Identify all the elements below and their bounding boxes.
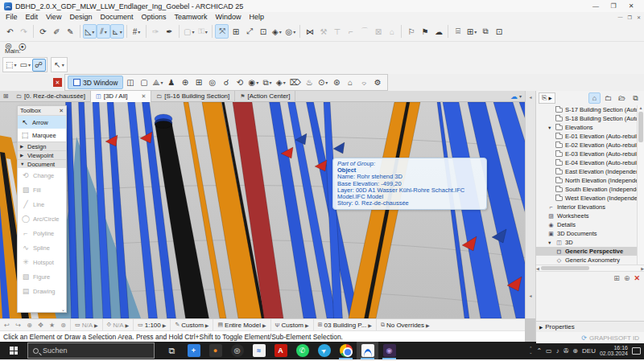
modify-icon[interactable]: ◈▾ — [270, 24, 283, 39]
chevron-down-icon[interactable]: ▼ — [547, 125, 553, 130]
cut-plane-icon[interactable]: ◫ — [123, 76, 137, 90]
tree-item[interactable]: E-01 Elevation (Auto-rebuild — [536, 132, 644, 141]
chrome-app-icon[interactable] — [335, 342, 357, 359]
popup-navigator-icon[interactable]: ⊞ — [0, 92, 11, 100]
archicad-app-icon[interactable] — [357, 342, 378, 359]
tree-item[interactable]: S-18 Building Section (Auto- — [536, 114, 644, 123]
child-close-button[interactable]: ✕ — [637, 14, 641, 20]
scroll-left-icon[interactable]: ◀ — [536, 266, 539, 271]
scale-field[interactable]: ▭1:100▶ — [133, 319, 170, 331]
orbit-icon[interactable]: ⟳ — [36, 24, 50, 39]
menu-document[interactable]: Document — [96, 13, 137, 21]
tree-horizontal-scrollbar[interactable]: ◀ ▶ — [536, 265, 644, 272]
setsquare-icon[interactable]: ◺▾ — [83, 24, 97, 39]
3d-window-button[interactable]: 3D Window — [68, 76, 123, 89]
project-chooser-button[interactable]: ⎘ ▶ — [539, 92, 555, 104]
tree-item[interactable]: S-17 Building Section (Auto- — [536, 105, 644, 114]
grid-snap-icon[interactable]: #▾ — [130, 24, 143, 39]
walk-icon[interactable]: ♟ — [164, 76, 178, 90]
menu-design[interactable]: Design — [65, 13, 96, 21]
spline-tool[interactable]: ∿Spline — [18, 240, 66, 255]
properties-section-header[interactable]: ▶ Properties — [536, 321, 644, 332]
home-story-icon[interactable]: ⌂ — [385, 24, 398, 39]
panel-splitter[interactable]: ◂ ◂ — [525, 91, 535, 318]
home-view-icon[interactable]: ⌂ — [344, 76, 357, 90]
magic-wand-icon[interactable]: ✒ — [163, 24, 176, 39]
tree-item[interactable]: ◉Details — [536, 220, 644, 229]
maximize-button[interactable]: ❐ — [605, 2, 622, 10]
tree-item[interactable]: South Elevation (Independe — [536, 185, 644, 194]
telegram-app-icon[interactable]: ➤ — [313, 342, 335, 359]
tree-item[interactable]: ▣3D Documents — [536, 229, 644, 238]
menu-options[interactable]: Options — [137, 13, 170, 21]
network-icon[interactable]: ⊕ — [572, 347, 578, 355]
project-map-icon[interactable]: ⌂ — [588, 92, 601, 104]
chevron-down-icon[interactable]: ▼ — [547, 240, 553, 245]
tree-item[interactable]: East Elevation (Independent — [536, 167, 644, 176]
menu-edit[interactable]: Edit — [22, 13, 43, 21]
filter-elements-icon[interactable]: ◈▾ — [274, 76, 287, 90]
collapse-left-icon[interactable]: ◂ — [529, 94, 531, 100]
toolbox-section-design[interactable]: ▶ Design — [18, 142, 66, 150]
look-to-icon[interactable]: ◉▾ — [246, 76, 260, 90]
marquee-tool[interactable]: ⬚ Marquee — [18, 129, 66, 142]
media-app-icon[interactable]: ● — [204, 342, 226, 359]
scroll-thumb[interactable] — [638, 112, 643, 142]
polyline-tool[interactable]: ⌐Polyline — [18, 226, 66, 240]
arc-circle-tool[interactable]: ◯Arc/Circle — [18, 211, 66, 226]
dimension-style-field[interactable]: ⊞03 Building P...▶ — [313, 319, 376, 331]
minimize-button[interactable]: — — [587, 2, 605, 10]
tree-item[interactable]: ◻Generic Perspective — [536, 247, 644, 256]
lock-icon[interactable]: ⚿▾ — [196, 24, 209, 39]
child-restore-button[interactable]: ❐ — [628, 14, 632, 20]
resize-icon[interactable]: ⤢ — [242, 24, 256, 39]
cloud-save-icon[interactable]: ☁ — [431, 24, 445, 39]
flag-all-icon[interactable]: ⚑ — [418, 24, 431, 39]
teamwork-cloud-icon[interactable]: ☁▾ — [510, 92, 525, 101]
inject-parameters-icon[interactable]: ✎ — [64, 24, 77, 39]
fill-tool[interactable]: ▨Fill — [18, 183, 66, 197]
layer-combination-field[interactable]: ▤Entire Model▶ — [213, 319, 270, 331]
tree-vertical-scrollbar[interactable]: ▲ — [637, 105, 644, 265]
toolbox-section-viewpoint[interactable]: ▶ Viewpoint — [18, 150, 66, 159]
tray-scroll-icons[interactable]: ⌃⌄ — [529, 347, 532, 355]
tree-item[interactable]: North Elevation (Independe — [536, 176, 644, 185]
toolbox-scroll-down-icon[interactable]: ⌄ — [61, 306, 65, 312]
revision-icon[interactable]: ⧉ — [478, 24, 492, 39]
alert-badge-icon[interactable]: ✕ — [53, 78, 62, 87]
brush-icon[interactable]: ⌦ — [287, 76, 302, 90]
tab-close-icon[interactable]: ✕ — [141, 93, 146, 100]
marquee-preset-icon[interactable]: ⬚▾ — [4, 59, 18, 72]
camera-add-icon[interactable]: ⊛ — [330, 76, 344, 90]
view-map-icon[interactable]: 🗀 — [602, 92, 614, 104]
styles-icon[interactable]: ⧉▾ — [260, 76, 274, 90]
layout-book-icon[interactable]: 🗁 — [616, 92, 628, 104]
undo-icon[interactable]: ↶ — [3, 24, 17, 39]
notification-center-icon[interactable] — [632, 347, 641, 355]
3d-scene[interactable] — [0, 102, 525, 318]
obs-app-icon[interactable]: ◎ — [226, 342, 248, 359]
menu-help[interactable]: Help — [246, 13, 269, 21]
adjust-icon[interactable]: ⚒ — [316, 24, 330, 39]
change-tool[interactable]: ⟲Change — [18, 168, 66, 183]
publisher-icon[interactable]: ⧉ — [630, 92, 642, 104]
whatsapp-app-icon[interactable]: ✆ — [291, 342, 313, 359]
guide-lines-icon[interactable]: ⫽▾ — [97, 24, 110, 39]
cutaway-icon[interactable]: ▢ — [137, 76, 151, 90]
tree-item[interactable]: ▨Worksheets — [536, 211, 644, 220]
toolbox-app-icon[interactable]: + — [183, 342, 204, 359]
fit-view-icon[interactable]: ⊞ — [192, 76, 205, 90]
acrobat-app-icon[interactable]: A — [270, 342, 291, 359]
delete-icon[interactable]: ✕ — [634, 274, 640, 282]
language-indicator[interactable]: DEU — [582, 347, 596, 355]
explore-icon[interactable]: ⊕ — [178, 76, 192, 90]
back-icon[interactable]: ↩ — [2, 322, 12, 329]
viewer-app-icon[interactable]: ◉ — [378, 342, 400, 359]
tree-item[interactable]: ◇Generic Axonometry — [536, 256, 644, 265]
split-icon[interactable]: ⋈ — [303, 24, 316, 39]
task-view-icon[interactable]: ⧉ — [161, 342, 183, 359]
trim-icon[interactable]: ⌐ — [344, 24, 357, 39]
explode-icon[interactable]: ⊡ — [256, 24, 270, 39]
close-button[interactable]: ✕ — [622, 2, 640, 10]
pen-set-field[interactable]: ✎Custom▶ — [170, 319, 213, 331]
